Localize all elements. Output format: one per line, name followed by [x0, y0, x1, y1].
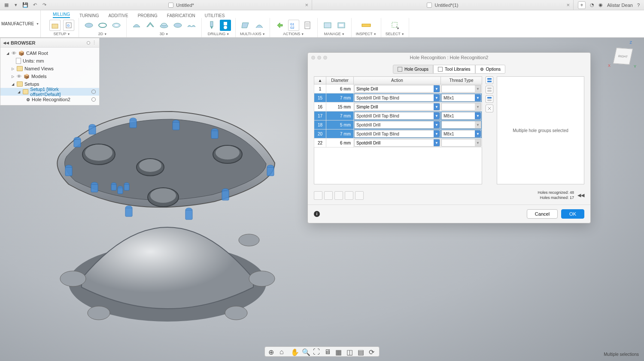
- active-setup-indicator[interactable]: [91, 90, 96, 94]
- extensions-icon[interactable]: ◔: [590, 2, 594, 8]
- browser-menu-icon[interactable]: ⋮: [92, 40, 97, 45]
- group-button-5[interactable]: [355, 191, 364, 200]
- info-icon[interactable]: i: [314, 211, 320, 217]
- select-none-button[interactable]: [486, 86, 493, 93]
- user-name[interactable]: Alistar Dean: [607, 3, 633, 8]
- fit-icon[interactable]: ⛶: [313, 348, 320, 355]
- ribbon-tab-fabrication[interactable]: FABRICATION: [167, 13, 195, 18]
- 2d-pocket-icon[interactable]: [111, 20, 122, 31]
- table-row[interactable]: 157 mmSpotdrill Drill Tap Blind▼M8x1▼: [314, 93, 482, 102]
- dialog-tab-hole-groups[interactable]: Hole Groups: [393, 65, 433, 74]
- notifications-icon[interactable]: ◉: [598, 2, 603, 8]
- redo-icon[interactable]: ↷: [41, 2, 47, 8]
- hole-recognition-icon[interactable]: [220, 20, 231, 31]
- col-action[interactable]: Action: [354, 77, 441, 84]
- action-combo[interactable]: Spotdrill Drill Tap Blind▼: [354, 112, 440, 120]
- group-button-3[interactable]: [334, 191, 343, 200]
- 3d-horizontal-icon[interactable]: [172, 20, 183, 31]
- tree-node-models[interactable]: ▷ 👁 📦 Models: [0, 72, 99, 80]
- ribbon-tab-utilities[interactable]: UTILITIES: [205, 13, 225, 18]
- table-row[interactable]: 16 mmSimple Drill▼▼: [314, 84, 482, 93]
- machine-library-icon[interactable]: [336, 20, 347, 31]
- thread-combo[interactable]: ▼: [441, 139, 481, 147]
- tree-node-units[interactable]: Units: mm: [0, 57, 99, 65]
- ribbon-tab-probing[interactable]: PROBING: [138, 13, 158, 18]
- table-row[interactable]: 177 mmSpotdrill Drill Tap Blind▼M8x1▼: [314, 111, 482, 120]
- zoom-icon[interactable]: 🔍: [302, 348, 309, 355]
- close-tab-icon[interactable]: ×: [566, 2, 570, 8]
- table-row[interactable]: 185 mmSpotdrill Drill▼▼: [314, 120, 482, 129]
- tree-node-setup1[interactable]: ◢ Setup1 [Work offset=Default]: [0, 88, 99, 96]
- dialog-tab-tool-libraries[interactable]: Tool Libraries: [433, 65, 475, 74]
- setup-folder-icon[interactable]: [49, 20, 61, 31]
- thread-combo[interactable]: ▼: [441, 121, 481, 129]
- window-controls[interactable]: [311, 56, 327, 60]
- viewports-icon[interactable]: ◫: [346, 348, 353, 355]
- table-row[interactable]: 226 mmSpotdrill Drill▼▼: [314, 138, 482, 147]
- document-tab-1[interactable]: Untitled*(1) ×: [312, 0, 574, 10]
- generate-icon[interactable]: [274, 20, 286, 31]
- group-button-2[interactable]: [324, 191, 333, 200]
- workspace-switcher[interactable]: MANUFACTURE▼: [0, 10, 41, 37]
- tree-node-root[interactable]: ◢ 👁 📦 CAM Root: [0, 49, 99, 57]
- multiaxis-swarf-icon[interactable]: [240, 20, 251, 31]
- col-thread[interactable]: Thread Type: [441, 77, 482, 84]
- table-row[interactable]: 207 mmSpotdrill Drill Tap Blind▼M8x1▼: [314, 129, 482, 138]
- effects-icon[interactable]: ▤: [358, 348, 365, 355]
- action-combo[interactable]: Spotdrill Drill▼: [354, 121, 440, 129]
- group-button-4[interactable]: [345, 191, 353, 200]
- model-part[interactable]: [43, 99, 292, 339]
- setup-nc-icon[interactable]: G: [63, 20, 74, 31]
- thread-combo[interactable]: M8x1▼: [441, 112, 481, 120]
- select-invert-button[interactable]: [486, 105, 493, 112]
- 3d-adaptive-icon[interactable]: [131, 20, 142, 31]
- 3d-scallop-icon[interactable]: [186, 20, 197, 31]
- ribbon-tab-additive[interactable]: ADDITIVE: [109, 13, 128, 18]
- tree-node-named-views[interactable]: ▷ Named Views: [0, 65, 99, 72]
- group-button-1[interactable]: [314, 191, 322, 200]
- ok-button[interactable]: OK: [561, 209, 584, 219]
- document-tab-0[interactable]: Untitled* ×: [51, 0, 312, 10]
- select-all-button[interactable]: [486, 76, 493, 84]
- multiaxis-flow-icon[interactable]: [254, 20, 265, 31]
- setup-sheet-icon[interactable]: [302, 20, 313, 31]
- display-icon[interactable]: 🖥: [324, 348, 331, 355]
- table-row[interactable]: 1615 mmSimple Drill▼▼: [314, 102, 482, 111]
- close-tab-icon[interactable]: ×: [305, 2, 308, 8]
- op-status-indicator[interactable]: [91, 97, 96, 102]
- postprocess-icon[interactable]: G1G2: [288, 20, 299, 31]
- action-combo[interactable]: Spotdrill Drill▼: [354, 139, 440, 147]
- browser-options-icon[interactable]: [87, 41, 90, 45]
- action-combo[interactable]: Spotdrill Drill Tap Blind▼: [354, 130, 440, 138]
- thread-combo[interactable]: ▼: [441, 85, 481, 93]
- select-icon[interactable]: [389, 20, 401, 31]
- visibility-icon[interactable]: 👁: [17, 74, 22, 79]
- action-combo[interactable]: Simple Drill▼: [354, 103, 440, 111]
- ribbon-tab-milling[interactable]: MILLING: [53, 12, 70, 18]
- action-combo[interactable]: Simple Drill▼: [354, 85, 440, 93]
- 2d-face-icon[interactable]: [83, 20, 94, 31]
- action-combo[interactable]: Spotdrill Drill Tap Blind▼: [354, 94, 440, 102]
- measure-icon[interactable]: [361, 20, 372, 31]
- thread-combo[interactable]: M8x1▼: [441, 130, 481, 138]
- cancel-button[interactable]: Cancel: [527, 209, 558, 219]
- ribbon-tab-turning[interactable]: TURNING: [79, 13, 99, 18]
- select-similar-button[interactable]: [486, 95, 493, 103]
- thread-combo[interactable]: ▼: [441, 103, 481, 111]
- 3d-contour-icon[interactable]: [158, 20, 170, 31]
- lookat-icon[interactable]: ⌂: [279, 348, 286, 355]
- refresh-icon[interactable]: ⟳: [369, 348, 376, 355]
- undo-icon[interactable]: ↶: [32, 2, 38, 8]
- view-cube-face[interactable]: RIGHT: [613, 48, 633, 65]
- collapse-preview-icon[interactable]: ◀◀: [577, 193, 584, 198]
- save-icon[interactable]: 💾: [22, 2, 28, 8]
- visibility-icon[interactable]: 👁: [12, 51, 17, 56]
- 2d-contour-icon[interactable]: [97, 20, 108, 31]
- new-tab-button[interactable]: +: [578, 1, 586, 9]
- grid-icon[interactable]: ▦: [335, 348, 342, 355]
- orbit-icon[interactable]: ⊕: [268, 348, 275, 355]
- drill-icon[interactable]: [206, 20, 217, 31]
- browser-header[interactable]: ◀◀ BROWSER ⋮: [0, 38, 99, 48]
- tool-library-icon[interactable]: [322, 20, 333, 31]
- dialog-tab-options[interactable]: ⚙Options: [475, 65, 505, 74]
